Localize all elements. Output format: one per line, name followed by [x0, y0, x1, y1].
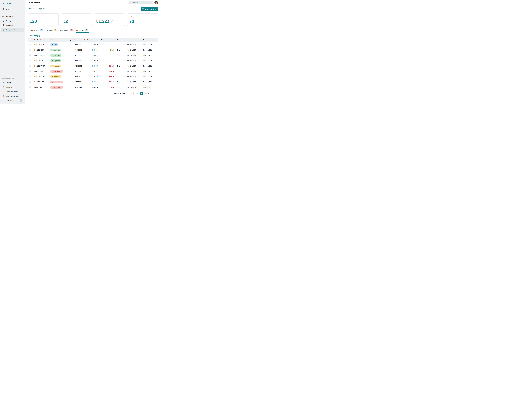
app-root: viya New... Shipments [0, 0, 161, 104]
cell-invoiced: €4.030,00 [83, 47, 100, 53]
kebab-menu-icon[interactable]: ⋯ [154, 15, 156, 17]
page-3[interactable]: 3 [148, 93, 149, 94]
row-checkbox[interactable] [29, 44, 31, 45]
sidebar-spacer [0, 32, 25, 78]
search-input[interactable] [133, 2, 153, 3]
table-row[interactable]: INV-2024-ZE11 Open €5.000,00 €5.000,00 D… [28, 42, 158, 47]
column-header-status[interactable]: Status [49, 38, 67, 42]
table-row[interactable]: INV-2024-GH54 Approved €4.000,00 €4.030,… [28, 47, 158, 53]
row-checkbox[interactable] [29, 60, 31, 61]
row-checkbox[interactable] [29, 81, 31, 83]
row-checkbox[interactable] [29, 65, 31, 67]
stat-value: €1.223 [96, 19, 123, 24]
row-checkbox[interactable] [29, 76, 31, 77]
stat-card-open-disputes: Open disputes ⋯ 32 [61, 13, 92, 26]
prev-page-icon[interactable] [137, 93, 138, 94]
row-checkbox[interactable] [29, 54, 31, 56]
table-row[interactable]: INV-2024-QK29 Approved €4.821,93 €4.821,… [28, 58, 158, 63]
kebab-menu-icon[interactable]: ⋯ [55, 15, 57, 17]
global-search[interactable]: ⌘K [129, 1, 153, 4]
cell-invoiced: €3.063,58 [83, 63, 100, 69]
warning-triangle-icon [52, 81, 53, 83]
sidebar-item-shipments[interactable]: Shipments [0, 14, 25, 19]
sidebar-item-test-mode[interactable]: Test mode [0, 98, 25, 103]
cell-difference [100, 53, 116, 58]
status-label: In Dispute [54, 65, 60, 67]
sidebar-item-addresses[interactable]: Addresses [0, 23, 25, 28]
status-label: In Dispute [54, 76, 60, 78]
column-header-expected[interactable]: Expected [67, 38, 83, 42]
brand-wordmark: viya [7, 2, 12, 5]
filter-icon [142, 8, 144, 10]
row-checkbox[interactable] [29, 70, 31, 72]
test-mode-toggle[interactable] [18, 99, 23, 102]
stat-label: Shipments without invoice [30, 15, 46, 17]
column-header-carrier[interactable]: Carrier [116, 38, 125, 42]
tab-shipments[interactable]: Shipments [38, 7, 46, 11]
column-header-invoice-date[interactable]: Invoice date [125, 38, 142, 42]
table-row[interactable]: INV-2024-VM35 Discrepancy €8.145,29 €8.6… [28, 69, 158, 74]
sidebar-section-configuration: CONFIGURATION [0, 78, 25, 79]
column-header-difference[interactable]: Difference [100, 38, 116, 42]
column-header-invoice-no[interactable]: Invoice No. [33, 38, 49, 42]
table-row[interactable]: INV-2024-LS41 Discrepancy €3.752,84 €3.9… [28, 79, 158, 85]
row-checkbox[interactable] [29, 49, 31, 51]
table-row[interactable]: INV-2024-RX67 In Dispute €2.963,58 €3.06… [28, 63, 158, 69]
results-per-page-select[interactable]: 25 [127, 92, 134, 95]
page-2[interactable]: 2 [144, 93, 146, 94]
filter-tab-in-dispute[interactable]: In dispute 6 [47, 29, 57, 33]
kebab-menu-icon[interactable]: ⋯ [121, 15, 123, 17]
page-ellipsis: ... [151, 93, 152, 94]
filter-tab-label: Discrepancies [60, 29, 69, 31]
column-header-invoiced[interactable]: Invoiced [83, 38, 100, 42]
cell-due-date: June 23, 2024 [142, 42, 158, 47]
select-all-checkbox[interactable] [29, 39, 31, 41]
cell-invoiced: €6.991,47 [83, 85, 100, 90]
filter-tab-all-invoices[interactable]: All invoices 92 [76, 29, 89, 33]
exception-rules-button[interactable]: Exception rules [140, 7, 158, 11]
status-badge-approved: Approved [50, 59, 61, 62]
invoices-table: Invoice No. Status Expected Invoiced Dif… [28, 38, 158, 90]
topbar-right: ⌘K [129, 1, 158, 4]
sidebar-item-consignments[interactable]: Consignments [0, 19, 25, 23]
filter-tab-discrepancies[interactable]: Discrepancies 8 [60, 29, 73, 33]
cell-invoice-no: INV-2024-UJ73 [33, 74, 49, 79]
stat-cards: Shipments without invoice ⋯ 123 Open dis… [28, 13, 158, 26]
gear-icon [2, 81, 4, 84]
open-review-icon [52, 44, 53, 45]
sidebar-item-user-management[interactable]: User management [0, 94, 25, 98]
table-row[interactable]: INV-2024-PD82 Approved €9.507,16 €9.507,… [28, 53, 158, 58]
cell-invoice-date: May 23, 2025 [125, 85, 142, 90]
row-checkbox[interactable] [29, 86, 31, 88]
brand-logo[interactable]: viya [0, 2, 25, 7]
cell-invoice-no: INV-2024-QK29 [33, 58, 49, 63]
filter-tab-ready-to-approve[interactable]: Ready to approve 78 [28, 29, 43, 33]
page-1[interactable]: 1 [140, 92, 143, 95]
status-label: Approved [54, 60, 60, 61]
sidebar-item-freight-settlement[interactable]: Freight Settlement [1, 28, 24, 32]
page-10[interactable]: 10 [154, 93, 155, 94]
cell-invoiced: €3.952,84 [83, 79, 100, 85]
status-badge-open: Open [50, 43, 58, 46]
check-icon [52, 55, 53, 56]
stat-value: 78 [129, 19, 156, 24]
sidebar-item-new[interactable]: New... [0, 7, 25, 12]
topbar: Freight Settlement ⌘K [25, 0, 161, 5]
user-avatar[interactable] [155, 1, 158, 4]
column-header-due-date[interactable]: Due date [142, 38, 158, 42]
next-page-icon[interactable] [157, 93, 158, 94]
cell-expected: €1.678,32 [67, 74, 83, 79]
table-row[interactable]: INV-2024-UJ73 In Dispute €1.678,32 €1.97… [28, 74, 158, 79]
exception-rules-label: Exception rules [145, 8, 156, 10]
select-all-link[interactable]: Select all (67) [30, 35, 158, 37]
tab-invoices[interactable]: Invoices [28, 7, 34, 11]
chevron-down-icon [131, 93, 132, 94]
sidebar-item-settings[interactable]: Settings [0, 81, 25, 85]
sidebar-item-shipping[interactable]: Shipping [0, 85, 25, 89]
kebab-menu-icon[interactable]: ⋯ [88, 15, 90, 17]
cell-due-date: June 23, 2024 [142, 58, 158, 63]
sidebar-item-carrier-connections[interactable]: Carrier connections [0, 89, 25, 94]
count-badge: 6 [54, 29, 57, 31]
cell-invoice-date: May 23, 2025 [125, 42, 142, 47]
table-row[interactable]: INV-2024-YB92 Discrepancy €6.291,47 €6.9… [28, 85, 158, 90]
